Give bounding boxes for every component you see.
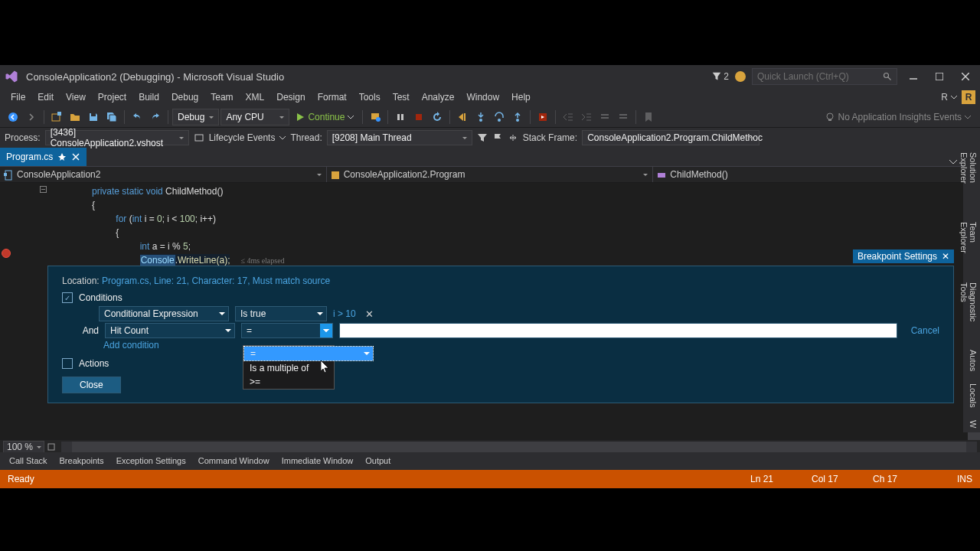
remove-condition-button[interactable]: ✕ — [365, 308, 374, 320]
tab-diagnostic-tools[interactable]: Diagnostic Tools — [963, 278, 980, 341]
step-into-button[interactable] — [472, 109, 489, 126]
close-button[interactable] — [956, 69, 975, 84]
dropdown-item-gte[interactable]: >= — [243, 375, 334, 389]
tab-exception-settings[interactable]: Exception Settings — [110, 452, 192, 469]
code-editor[interactable]: private static void ChildMethod() { for … — [0, 183, 980, 442]
thread-dropdown[interactable]: [9208] Main Thread — [327, 130, 472, 145]
notification-funnel[interactable]: 2 — [712, 71, 729, 82]
class-dropdown[interactable]: ConsoleApplication2.Program — [327, 167, 654, 182]
tab-call-stack[interactable]: Call Stack — [3, 452, 54, 469]
lifecycle-icon[interactable] — [194, 132, 204, 143]
hitcount-op-dropdown[interactable]: = — [241, 323, 333, 338]
save-button[interactable] — [85, 109, 102, 126]
thread-tree-button[interactable] — [508, 132, 518, 143]
redo-button[interactable] — [147, 109, 164, 126]
perf-tip[interactable]: ≤ 4ms elapsed — [240, 256, 284, 265]
bookmark-clear-button[interactable] — [695, 109, 712, 126]
pause-button[interactable] — [392, 109, 409, 126]
condition-op-dropdown[interactable]: Is true — [235, 306, 327, 321]
scroll-right-button[interactable] — [966, 442, 977, 452]
location-link[interactable]: Program.cs, Line: 21, Character: 17, Mus… — [102, 276, 330, 286]
menu-file[interactable]: File — [5, 88, 31, 106]
tab-output[interactable]: Output — [359, 452, 397, 469]
menu-design[interactable]: Design — [270, 88, 311, 106]
nav-fwd-button[interactable] — [23, 109, 40, 126]
chevron-down-icon[interactable] — [949, 158, 957, 166]
continue-button[interactable]: Continue — [291, 112, 358, 122]
comment-button[interactable] — [596, 109, 613, 126]
bookmark-prev-button[interactable] — [658, 109, 675, 126]
uncomment-button[interactable] — [615, 109, 632, 126]
dropdown-item-multiple[interactable]: Is a multiple of — [243, 361, 334, 375]
namespace-dropdown[interactable]: ConsoleApplication2 — [0, 167, 327, 182]
tab-autos[interactable]: Autos — [963, 345, 980, 376]
menu-format[interactable]: Format — [312, 88, 353, 106]
hitcount-type-dropdown[interactable]: Hit Count — [105, 323, 235, 338]
quick-launch-input[interactable]: Quick Launch (Ctrl+Q) — [752, 68, 897, 85]
tab-breakpoints[interactable]: Breakpoints — [54, 452, 110, 469]
tab-immediate-window[interactable]: Immediate Window — [276, 452, 360, 469]
save-all-button[interactable] — [103, 109, 120, 126]
close-icon[interactable] — [71, 152, 80, 161]
tab-team-explorer[interactable]: Team Explorer — [963, 217, 980, 275]
chevron-down-icon[interactable] — [951, 94, 957, 100]
show-next-statement-button[interactable] — [454, 109, 471, 126]
new-project-button[interactable] — [48, 109, 65, 126]
hitcount-value-input[interactable] — [339, 323, 897, 338]
browser-link-button[interactable] — [367, 109, 384, 126]
tab-solution-explorer[interactable]: Solution Explorer — [963, 148, 980, 214]
platform-dropdown[interactable]: Any CPU — [220, 109, 289, 126]
notification-badge-icon[interactable] — [735, 71, 746, 82]
minimize-button[interactable] — [903, 69, 923, 84]
tab-locals[interactable]: Locals — [963, 379, 980, 412]
lifecycle-label[interactable]: Lifecycle Events — [209, 132, 276, 143]
tab-program-cs[interactable]: Program.cs — [0, 148, 87, 166]
indent-more-button[interactable] — [578, 109, 595, 126]
maximize-button[interactable] — [929, 69, 949, 84]
close-icon[interactable]: ✕ — [942, 251, 949, 262]
tab-command-window[interactable]: Command Window — [192, 452, 276, 469]
restart-button[interactable] — [429, 109, 446, 126]
dropdown-button-icon[interactable] — [320, 324, 332, 337]
user-badge[interactable]: R — [962, 90, 975, 104]
nav-back-button[interactable] — [5, 109, 21, 126]
actions-checkbox[interactable] — [62, 358, 73, 369]
thread-filter-button[interactable] — [477, 132, 488, 143]
undo-button[interactable] — [129, 109, 145, 126]
add-condition-link[interactable]: Add condition — [103, 340, 939, 350]
dropdown-item-eq[interactable]: = — [243, 346, 374, 361]
split-icon[interactable] — [47, 443, 55, 451]
menu-xml[interactable]: XML — [240, 88, 271, 106]
menu-help[interactable]: Help — [505, 88, 537, 106]
conditions-checkbox[interactable]: ✓ — [62, 292, 73, 303]
cancel-link[interactable]: Cancel — [911, 325, 939, 336]
pin-icon[interactable] — [57, 152, 67, 161]
menu-analyze[interactable]: Analyze — [416, 88, 461, 106]
menu-team[interactable]: Team — [204, 88, 239, 106]
bookmark-button[interactable] — [640, 109, 657, 126]
stackframe-dropdown[interactable]: ConsoleApplication2.Program.ChildMethoc — [582, 130, 760, 145]
bookmark-next-button[interactable] — [677, 109, 694, 126]
tab-watch[interactable]: W — [963, 416, 980, 432]
breakpoint-glyph-icon[interactable] — [2, 249, 11, 258]
close-button[interactable]: Close — [62, 377, 121, 393]
condition-type-dropdown[interactable]: Conditional Expression — [99, 306, 229, 321]
zoom-dropdown[interactable]: 100 % — [3, 441, 44, 453]
chevron-down-icon[interactable] — [279, 135, 286, 141]
process-dropdown[interactable]: [3436] ConsoleApplication2.vshost — [45, 130, 189, 145]
menu-edit[interactable]: Edit — [31, 88, 60, 106]
app-insights-button[interactable]: No Application Insights Events — [820, 112, 975, 122]
step-out-button[interactable] — [509, 109, 526, 126]
menu-build[interactable]: Build — [132, 88, 165, 106]
open-file-button[interactable] — [67, 109, 83, 126]
member-dropdown[interactable]: ChildMethod() — [653, 167, 980, 182]
thread-flag-button[interactable] — [492, 132, 503, 143]
menu-tools[interactable]: Tools — [353, 88, 387, 106]
horizontal-scrollbar[interactable] — [61, 442, 977, 452]
menu-project[interactable]: Project — [92, 88, 132, 106]
configuration-dropdown[interactable]: Debug — [172, 109, 219, 126]
step-over-button[interactable] — [491, 109, 508, 126]
stop-button[interactable] — [410, 109, 427, 126]
breakpoint-settings-tab[interactable]: Breakpoint Settings ✕ — [853, 249, 954, 263]
menu-window[interactable]: Window — [460, 88, 505, 106]
